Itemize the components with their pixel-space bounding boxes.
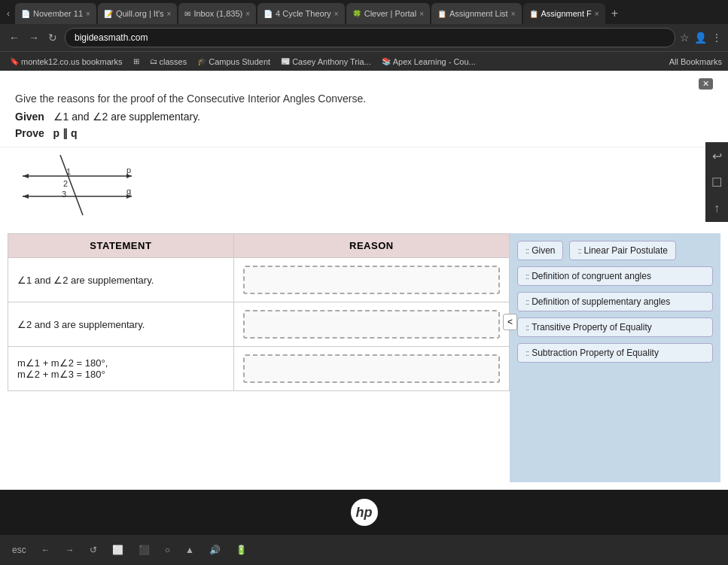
tab-assignf[interactable]: 📋 Assignment F × — [523, 3, 605, 24]
taskbar-esc[interactable]: esc — [8, 543, 31, 557]
svg-marker-3 — [23, 174, 29, 178]
reason-drop-zone-3[interactable] — [243, 354, 500, 383]
tab-clever[interactable]: 🍀 Clever | Portal × — [346, 3, 430, 24]
taskbar-back[interactable]: ← — [37, 543, 55, 557]
address-input[interactable] — [65, 28, 675, 47]
sidebar-window-icon[interactable]: ☐ — [708, 172, 725, 193]
reason-chip-transitive[interactable]: :: Transitive Property of Equality — [517, 317, 713, 337]
bookmark-label-classes: classes — [160, 57, 187, 66]
apps-icon: ⊞ — [133, 57, 139, 65]
reason-label-linear-pair: Linear Pair Postulate — [584, 245, 668, 256]
tab-close-inbox[interactable]: × — [245, 10, 250, 18]
statement-1: ∠1 and ∠2 are supplementary. — [8, 258, 234, 302]
reason-label-given: Given — [532, 245, 555, 256]
bookmark-label-apex: Apex Learning - Cou... — [393, 57, 476, 66]
drag-handle-given: :: — [525, 246, 528, 255]
refresh-button[interactable]: ↻ — [45, 30, 60, 45]
tab-close-november[interactable]: × — [86, 10, 90, 18]
collapse-panel-button[interactable]: < — [503, 314, 517, 330]
reason-2[interactable] — [233, 302, 509, 347]
bookmark-apex[interactable]: 📚 Apex Learning - Cou... — [378, 56, 480, 67]
tab-close-assignf[interactable]: × — [595, 10, 599, 18]
reason-chip-subtraction[interactable]: :: Subtraction Property of Equality — [517, 343, 713, 363]
reason-3[interactable] — [233, 347, 509, 391]
bookmark-classes[interactable]: 🗂 classes — [146, 56, 191, 67]
drag-handle-subtraction: :: — [525, 348, 528, 357]
prove-line: Prove p ∥ q — [15, 127, 713, 139]
taskbar-refresh[interactable]: ↺ — [85, 543, 102, 557]
right-sidebar: ↩ ☐ ↑ — [705, 142, 728, 222]
tab-close-quill[interactable]: × — [167, 10, 172, 18]
bookmark-icon-campus: 🎓 — [197, 57, 206, 65]
all-bookmarks-link[interactable]: All Bookmarks — [669, 57, 722, 66]
tab-bar: ‹ 📄 November 11 × 📝 Quill.org | It's × ✉… — [0, 0, 728, 24]
sidebar-upload-icon[interactable]: ↑ — [708, 199, 725, 218]
taskbar-volume[interactable]: 🔊 — [205, 543, 225, 557]
nav-buttons: ← → ↻ — [6, 30, 60, 45]
taskbar-circle[interactable]: ○ — [160, 543, 175, 557]
tab-assignlist[interactable]: 📋 Assignment List × — [431, 3, 522, 24]
bookmarks-bar: 🔖 montek12.co.us bookmarks ⊞ 🗂 classes 🎓… — [0, 51, 728, 71]
prove-text: p ∥ q — [53, 127, 78, 139]
new-tab-button[interactable]: + — [607, 5, 623, 22]
diagram-area: 1 2 3 p q — [0, 147, 728, 233]
tab-label-assignlist: Assignment List — [449, 9, 508, 18]
statement-2: ∠2 and 3 are supplementary. — [8, 302, 234, 347]
reason-chip-congruent[interactable]: :: Definition of congruent angles — [517, 266, 713, 286]
reason-drop-zone-1[interactable] — [243, 266, 500, 294]
tab-label-inbox: Inbox (1,835) — [193, 9, 242, 18]
taskbar-screen[interactable]: ⬜ — [108, 543, 128, 557]
tab-quill[interactable]: 📝 Quill.org | It's × — [98, 3, 178, 24]
tab-label-assignf: Assignment F — [541, 9, 592, 18]
bookmark-apps[interactable]: ⊞ — [129, 56, 143, 66]
proof-table-container: STATEMENT REASON ∠1 and ∠2 are supplemen… — [8, 233, 510, 482]
forward-button[interactable]: → — [26, 30, 42, 45]
hp-taskbar: hp — [0, 490, 728, 535]
taskbar-wifi[interactable]: ▲ — [181, 543, 199, 557]
proof-area: STATEMENT REASON ∠1 and ∠2 are supplemen… — [0, 233, 728, 490]
drag-handle-congruent: :: — [525, 272, 528, 281]
reason-label-subtraction: Subtraction Property of Equality — [532, 348, 659, 358]
bookmark-montek[interactable]: 🔖 montek12.co.us bookmarks — [6, 56, 126, 67]
tab-inbox[interactable]: ✉ Inbox (1,835) × — [178, 3, 256, 24]
tab-icon-assignlist: 📋 — [437, 10, 446, 18]
tab-close-4cycle[interactable]: × — [334, 10, 339, 18]
taskbar-battery[interactable]: 🔋 — [231, 543, 251, 557]
bookmark-star-button[interactable]: ☆ — [680, 32, 690, 44]
bookmark-icon-casey: 📰 — [281, 57, 290, 65]
taskbar-forward[interactable]: → — [61, 543, 79, 557]
browser-chrome: ‹ 📄 November 11 × 📝 Quill.org | It's × ✉… — [0, 0, 728, 71]
tab-4cycle[interactable]: 📄 4 Cycle Theory × — [257, 3, 345, 24]
tab-nav-back[interactable]: ‹ — [3, 7, 14, 20]
address-bar-row: ← → ↻ ☆ 👤 ⋮ — [0, 24, 728, 51]
tab-november[interactable]: 📄 November 11 × — [15, 3, 96, 24]
reason-drop-zone-2[interactable] — [243, 310, 500, 339]
page-wrapper: ✕ Give the reasons for the proof of the … — [0, 71, 728, 490]
bookmark-label-montek: montek12.co.us bookmarks — [21, 57, 123, 66]
taskbar-split[interactable]: ⬛ — [134, 543, 154, 557]
drag-handle-transitive: :: — [525, 323, 528, 332]
close-button[interactable]: ✕ — [699, 78, 713, 90]
menu-button[interactable]: ⋮ — [711, 32, 722, 44]
tab-icon-quill: 📝 — [104, 10, 113, 18]
statement-3: m∠1 + m∠2 = 180°,m∠2 + m∠3 = 180° — [8, 347, 234, 391]
tab-close-assignlist[interactable]: × — [511, 10, 516, 18]
tab-label-4cycle: 4 Cycle Theory — [276, 9, 331, 18]
tab-close-clever[interactable]: × — [419, 10, 424, 18]
reason-chip-linear-pair[interactable]: :: Linear Pair Postulate — [569, 241, 676, 260]
bookmark-casey[interactable]: 📰 Casey Anthony Tria... — [277, 56, 375, 67]
bookmark-icon-montek: 🔖 — [10, 57, 19, 65]
bookmark-campus[interactable]: 🎓 Campus Student — [193, 56, 274, 67]
sidebar-undo-icon[interactable]: ↩ — [708, 146, 725, 166]
back-button[interactable]: ← — [6, 30, 23, 45]
profile-button[interactable]: 👤 — [694, 32, 707, 44]
prove-keyword: Prove — [15, 127, 44, 139]
given-keyword: Given — [15, 111, 44, 123]
page-content: ✕ Give the reasons for the proof of the … — [0, 71, 728, 490]
table-row: m∠1 + m∠2 = 180°,m∠2 + m∠3 = 180° — [8, 347, 510, 391]
reason-chip-given[interactable]: :: Given — [517, 241, 563, 260]
reason-header: REASON — [233, 234, 509, 258]
reason-chip-supplementary[interactable]: :: Definition of supplementary angles — [517, 292, 713, 311]
reason-label-supplementary: Definition of supplementary angles — [532, 296, 670, 307]
reason-1[interactable] — [233, 258, 509, 302]
